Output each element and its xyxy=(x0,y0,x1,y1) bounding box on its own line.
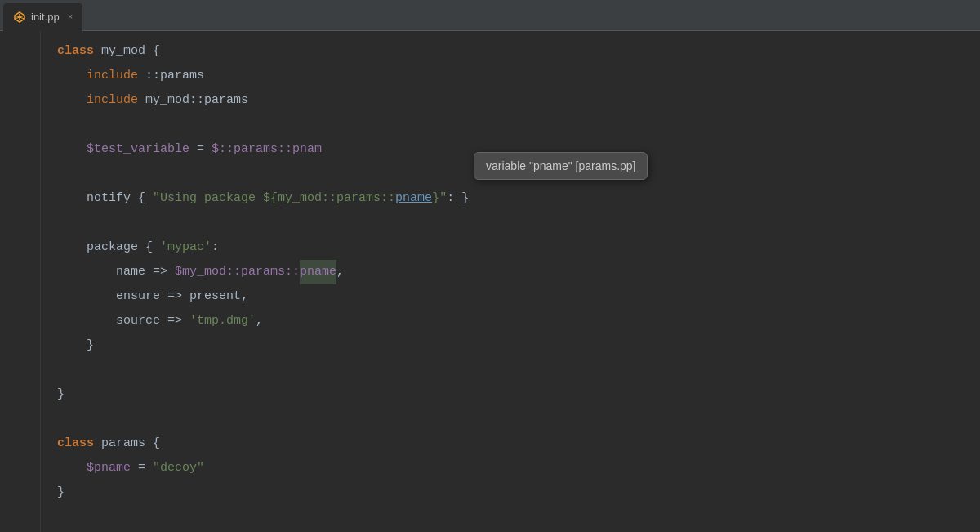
editor-area: class my_mod { include ::params include … xyxy=(0,31,980,532)
code-line-8 xyxy=(57,211,980,235)
code-line-14 xyxy=(57,358,980,382)
code-line-18: $pname = "decoy" xyxy=(57,456,980,481)
code-line-12: source => 'tmp.dmg', xyxy=(57,309,980,333)
tab-label: init.pp xyxy=(31,11,60,23)
code-line-3: include my_mod::params xyxy=(57,88,980,113)
code-line-11: ensure => present, xyxy=(57,284,980,309)
code-line-13: } xyxy=(57,333,980,358)
keyword-include-1: include xyxy=(87,64,138,88)
code-line-1: class my_mod { xyxy=(57,39,980,64)
code-line-7: notify { "Using package ${my_mod::params… xyxy=(57,186,980,211)
keyword-class: class xyxy=(57,39,94,64)
line-number-gutter xyxy=(0,31,41,532)
code-content[interactable]: class my_mod { include ::params include … xyxy=(41,31,980,532)
code-line-15: } xyxy=(57,382,980,407)
code-line-16 xyxy=(57,407,980,431)
tooltip-text: variable "pname" [params.pp] xyxy=(486,159,635,172)
tab-bar: init.pp × xyxy=(0,0,980,31)
tab-close-button[interactable]: × xyxy=(68,12,74,22)
code-line-9: package { 'mypac': xyxy=(57,235,980,260)
code-line-17: class params { xyxy=(57,431,980,456)
tab-init-pp[interactable]: init.pp × xyxy=(3,3,82,31)
hover-tooltip: variable "pname" [params.pp] xyxy=(474,152,648,180)
code-line-19: } xyxy=(57,481,980,505)
code-line-4 xyxy=(57,113,980,137)
puppet-icon xyxy=(13,11,26,24)
code-line-10: name => $my_mod::params::pname, xyxy=(57,260,980,284)
code-line-2: include ::params xyxy=(57,64,980,88)
keyword-include-2: include xyxy=(87,88,138,113)
